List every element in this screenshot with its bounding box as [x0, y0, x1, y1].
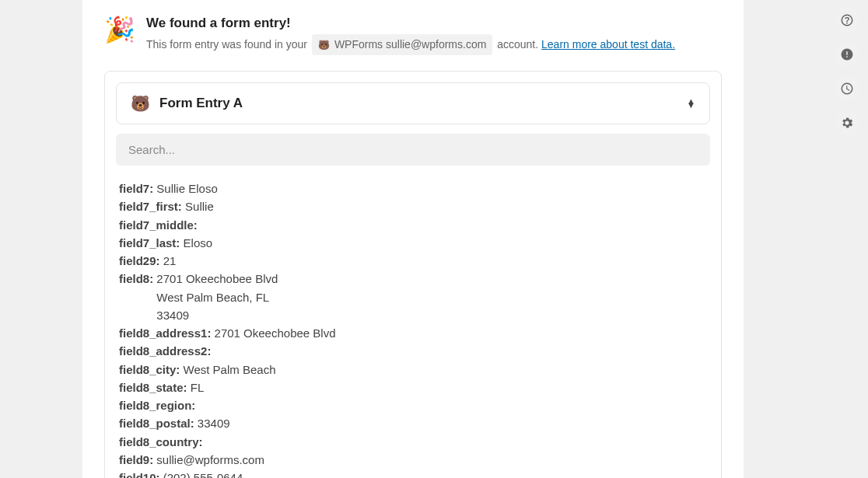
field-row: field8_state: FL [119, 379, 707, 396]
field-row: field7_first: Sullie [119, 197, 707, 215]
field-row: field10: (202) 555-0644 [119, 469, 707, 478]
found-title: We found a form entry! [146, 16, 675, 31]
entry-selector[interactable]: 🐻 Form Entry A ▲▼ [116, 82, 710, 124]
search-input[interactable] [116, 134, 710, 166]
field-row: field7: Sullie Eloso [119, 180, 707, 197]
settings-button[interactable] [835, 110, 859, 135]
field-row: field8_address1: 2701 Okeechobee Blvd [119, 324, 707, 342]
right-rail [826, 0, 868, 478]
history-button[interactable] [835, 76, 859, 101]
help-button[interactable] [835, 8, 859, 33]
gear-icon [840, 116, 854, 130]
subtitle-prefix: This form entry was found in your [146, 38, 307, 51]
field-row: field8_region: [119, 396, 707, 414]
field-row: field8_address2: [119, 342, 707, 360]
field-row: field29: 21 [119, 252, 707, 270]
field-row: field8_city: West Palm Beach [119, 361, 707, 379]
field-list: field7: Sullie Eloso field7_first: Sulli… [116, 180, 710, 478]
clock-icon [840, 82, 854, 96]
sort-icon: ▲▼ [687, 99, 695, 108]
entry-box: 🐻 Form Entry A ▲▼ field7: Sullie Eloso f… [104, 71, 722, 478]
field-row: field8: 2701 Okeechobee Blvd West Palm B… [119, 270, 707, 324]
entry-title: Form Entry A [159, 96, 677, 111]
account-label: WPForms sullie@wpforms.com [334, 37, 486, 53]
form-entry-card: 🎉 We found a form entry! This form entry… [82, 0, 744, 478]
found-header: 🎉 We found a form entry! This form entry… [104, 16, 722, 55]
wpforms-logo-icon: 🐻 [318, 38, 330, 52]
notifications-button[interactable] [835, 42, 859, 67]
found-subtitle: This form entry was found in your 🐻 WPFo… [146, 34, 675, 55]
field-row: field8_country: [119, 433, 707, 451]
help-icon [840, 13, 854, 27]
party-popper-icon: 🎉 [104, 17, 135, 42]
entry-bear-icon: 🐻 [131, 94, 150, 113]
account-badge: 🐻 WPForms sullie@wpforms.com [312, 34, 492, 55]
field-row: field9: sullie@wpforms.com [119, 451, 707, 469]
alert-icon [840, 47, 854, 61]
field-row: field7_middle: [119, 216, 707, 234]
field-row: field8_postal: 33409 [119, 414, 707, 432]
field-row: field7_last: Eloso [119, 234, 707, 252]
learn-more-link[interactable]: Learn more about test data. [541, 38, 675, 51]
subtitle-suffix: account. [497, 38, 538, 51]
